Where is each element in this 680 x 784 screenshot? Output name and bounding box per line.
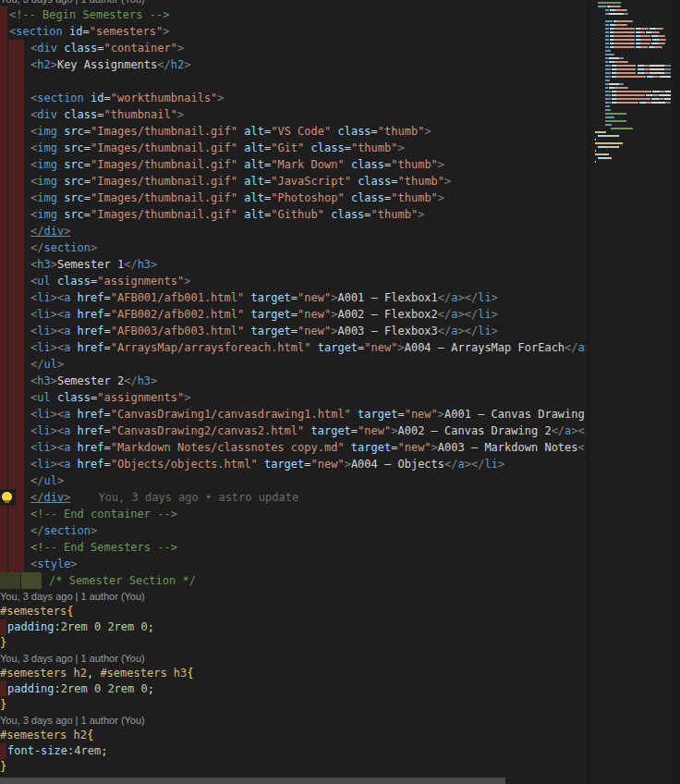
code-line[interactable]: #semesters h2{ [0,728,586,743]
code-text: <ul class="assignments"> [30,273,190,289]
minimap-line-mark [606,31,609,33]
code-line[interactable]: <h2>Key Assignments</h2> [0,56,586,73]
minimap-line-mark [613,43,635,44]
minimap-line-mark [660,76,671,78]
indent-highlight-block [8,556,24,572]
code-line[interactable]: <ul class="assignments"> [0,389,586,406]
minimap-line-mark [605,120,626,122]
indent-highlight-block [0,339,7,356]
code-line[interactable]: /* Semester Section */ [0,572,586,589]
code-line[interactable]: <li><a href="Objects/objects.html" targe… [0,456,586,472]
minimap-line-mark [664,98,671,100]
code-line[interactable]: <li><a href="CanvasDrawing1/canvasdrawin… [0,406,586,423]
indent-highlight-block [0,239,7,256]
minimap-line-mark [606,87,608,89]
code-line[interactable]: } [0,697,586,713]
minimap-line-mark [658,35,664,37]
code-line[interactable]: <img src="Images/thumbnail.gif" alt="Git… [0,206,586,223]
code-line[interactable]: <div class="container"> [0,40,586,56]
code-text: <section id="workthumbnails"> [30,90,225,106]
code-line[interactable]: <img src="Images/thumbnail.gif" alt="Jav… [0,173,586,190]
code-line[interactable]: #semesters{ [0,604,586,619]
code-line[interactable]: #semesters h2, #semesters h3{ [0,666,586,681]
vertical-scrollbar-track[interactable] [673,0,680,784]
indent-highlight-block [8,40,24,56]
code-line[interactable]: <img src="Images/thumbnail.gif" alt="Mar… [0,156,586,173]
code-line[interactable] [0,73,586,90]
code-line[interactable]: } [0,759,586,775]
code-line[interactable]: <li><a href="ArraysMap/arraysforeach.htm… [0,339,586,356]
indent-highlight-block [8,123,24,140]
minimap-line-mark [655,28,662,30]
minimap-line-mark [605,113,626,115]
git-blame-codelens[interactable]: You, 3 days ago | 1 author (You) [0,589,586,604]
code-line[interactable]: font-size:4rem; [0,743,586,759]
git-blame-codelens[interactable]: You, 3 days ago | 1 author (You) [0,651,586,666]
minimap-line-mark [595,142,608,144]
minimap-line-mark [650,68,664,70]
code-text: <img src="Images/thumbnail.gif" alt="Pho… [30,190,444,206]
code-line[interactable]: <li><a href="AFB002/afb002.html" target=… [0,306,586,323]
code-line[interactable]: <li><a href="CanvasDrawing2/canvas2.html… [0,423,586,439]
code-line[interactable]: <ul class="assignments"> [0,273,586,289]
code-text: <!-- End container --> [30,506,177,522]
lightbulb-code-action-icon[interactable] [2,492,12,501]
code-line[interactable]: <section id="workthumbnails"> [0,90,586,106]
minimap-line-mark [609,83,619,85]
code-text: <img src="Images/thumbnail.gif" alt="Mar… [30,156,444,173]
code-line[interactable]: <img src="Images/thumbnail.gif" alt="VS … [0,123,586,140]
editor-code-area[interactable]: You, 3 days ago | 1 author (You)<!-- Beg… [0,0,586,778]
indent-highlight-block [8,306,24,323]
horizontal-scrollbar[interactable] [0,778,505,784]
minimap-line-mark [598,2,621,4]
code-line[interactable]: <div class="thumbnail"> [0,106,586,123]
code-line[interactable]: </div> [0,223,586,239]
code-text: <li><a href="ArraysMap/arraysforeach.htm… [30,339,586,356]
inline-blame-annotation: You, 3 days ago • astro update [98,491,298,504]
code-line[interactable]: padding:2rem 0 2rem 0; [0,681,586,697]
minimap-line-mark [613,31,635,33]
indent-highlight-block [8,456,24,472]
minimap-line-mark [609,57,619,59]
minimap-line-mark [626,24,627,26]
code-line[interactable]: <section id="semesters"> [0,23,586,40]
code-line[interactable]: </section> [0,522,586,539]
indent-highlight-block [0,619,6,635]
indent-highlight-block [0,572,20,589]
code-line[interactable]: padding:2rem 0 2rem 0; [0,619,586,635]
git-blame-codelens-clipped[interactable]: You, 3 days ago | 1 author (You) [0,0,586,6]
indent-highlight-block [8,206,24,223]
code-text: } [0,759,6,775]
code-line[interactable]: <li><a href="Markdown Notes/classnotes c… [0,439,586,456]
code-text: <div class="thumbnail"> [30,106,184,123]
code-line[interactable]: <h3>Semester 2</h3> [0,373,586,389]
code-line[interactable]: </section> [0,239,586,256]
indent-highlight-block [0,90,7,106]
code-line[interactable]: <style> [0,556,586,572]
minimap-line-mark [613,35,635,37]
git-blame-codelens[interactable]: You, 3 days ago | 1 author (You) [0,713,586,728]
minimap-line-mark [610,50,611,52]
code-line[interactable]: <img src="Images/thumbnail.gif" alt="Git… [0,140,586,156]
code-line[interactable]: <!-- End container --> [0,506,586,522]
minimap-line-mark [616,91,651,92]
code-line[interactable]: <!-- End Semesters --> [0,539,586,556]
code-line[interactable]: </div>You, 3 days ago • astro update [0,489,586,506]
code-line[interactable]: </ul> [0,356,586,373]
minimap-line-mark [613,54,614,55]
indent-highlight-block [8,289,24,306]
code-line[interactable]: } [0,635,586,651]
minimap-line-mark [627,61,628,63]
indent-highlight-block [0,456,7,472]
code-line[interactable]: <li><a href="AFB001/afb001.html" target=… [0,289,586,306]
minimap-line-mark [627,87,628,89]
code-line[interactable]: <img src="Images/thumbnail.gif" alt="Pho… [0,190,586,206]
code-line[interactable]: <li><a href="AFB003/afb003.html" target=… [0,323,586,339]
minimap-line-mark [616,94,644,96]
code-line[interactable]: <h3>Semester 1</h3> [0,256,586,273]
code-line[interactable]: </ul> [0,472,586,489]
code-line[interactable]: <!-- Begin Semesters --> [0,6,586,23]
minimap-line-mark [608,153,609,155]
minimap-line-mark [670,68,671,70]
minimap[interactable] [592,0,673,784]
